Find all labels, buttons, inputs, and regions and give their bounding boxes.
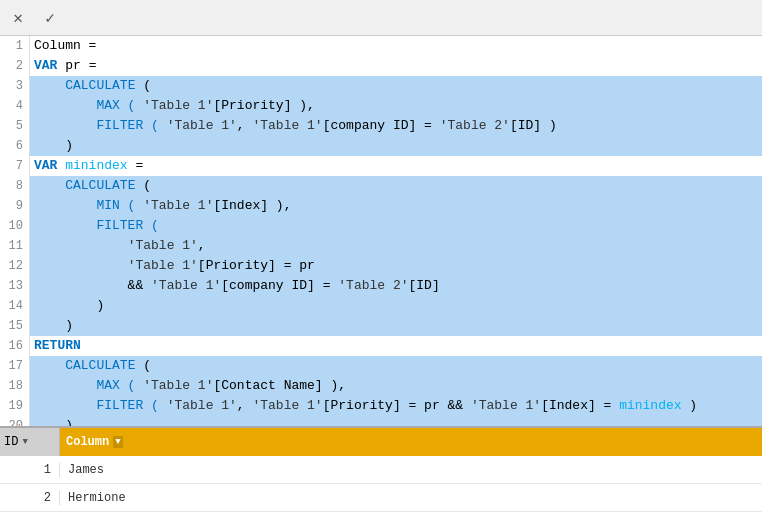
line-number: 19 <box>0 396 29 416</box>
code-line: CALCULATE ( <box>30 176 762 196</box>
line-number: 7 <box>0 156 29 176</box>
line-numbers: 123456789101112131415161718192021 <box>0 36 30 426</box>
cell-id: 1 <box>0 463 60 477</box>
line-number: 12 <box>0 256 29 276</box>
code-line: CALCULATE ( <box>30 356 762 376</box>
line-number: 9 <box>0 196 29 216</box>
code-line: ) <box>30 316 762 336</box>
confirm-icon[interactable]: ✓ <box>40 8 60 28</box>
code-line: FILTER ( <box>30 216 762 236</box>
line-number: 3 <box>0 76 29 96</box>
code-line: MIN ( 'Table 1'[Index] ), <box>30 196 762 216</box>
table-row: 1James <box>0 456 762 484</box>
line-number: 20 <box>0 416 29 426</box>
column-name-header[interactable]: Column ▼ <box>60 428 762 456</box>
table-row: 3Legolas <box>0 512 762 519</box>
line-number: 14 <box>0 296 29 316</box>
code-content[interactable]: Column = VAR pr = CALCULATE ( MAX ( 'Tab… <box>30 36 762 426</box>
line-number: 8 <box>0 176 29 196</box>
line-number: 4 <box>0 96 29 116</box>
table-body: 1James2Hermione3Legolas4Voldemort <box>0 456 762 519</box>
line-number: 13 <box>0 276 29 296</box>
code-line: CALCULATE ( <box>30 76 762 96</box>
code-line: && 'Table 1'[company ID] = 'Table 2'[ID] <box>30 276 762 296</box>
column-id-header[interactable]: ID ▼ <box>0 428 60 456</box>
code-line: Column = <box>30 36 762 56</box>
cell-name: Hermione <box>60 491 762 505</box>
line-number: 1 <box>0 36 29 56</box>
code-line: ) <box>30 136 762 156</box>
line-number: 11 <box>0 236 29 256</box>
close-icon[interactable]: ✕ <box>8 8 28 28</box>
col-filter-icon[interactable]: ▼ <box>113 436 122 448</box>
id-filter-icon[interactable]: ▼ <box>22 437 27 447</box>
code-line: MAX ( 'Table 1'[Priority] ), <box>30 96 762 116</box>
id-label: ID <box>4 435 18 449</box>
table-row: 2Hermione <box>0 484 762 512</box>
code-line: 'Table 1', <box>30 236 762 256</box>
line-number: 6 <box>0 136 29 156</box>
line-number: 2 <box>0 56 29 76</box>
table-header: ID ▼ Column ▼ <box>0 428 762 456</box>
toolbar: ✕ ✓ <box>0 0 762 36</box>
cell-name: James <box>60 463 762 477</box>
code-line: FILTER ( 'Table 1', 'Table 1'[company ID… <box>30 116 762 136</box>
code-line: FILTER ( 'Table 1', 'Table 1'[Priority] … <box>30 396 762 416</box>
line-number: 15 <box>0 316 29 336</box>
code-line: VAR minindex = <box>30 156 762 176</box>
line-number: 16 <box>0 336 29 356</box>
col-label: Column <box>66 435 109 449</box>
code-line: 'Table 1'[Priority] = pr <box>30 256 762 276</box>
data-table: ID ▼ Column ▼ 1James2Hermione3Legolas4Vo… <box>0 426 762 519</box>
code-line: VAR pr = <box>30 56 762 76</box>
line-number: 5 <box>0 116 29 136</box>
code-line: MAX ( 'Table 1'[Contact Name] ), <box>30 376 762 396</box>
code-line: RETURN <box>30 336 762 356</box>
code-editor: 123456789101112131415161718192021 Column… <box>0 36 762 426</box>
line-number: 17 <box>0 356 29 376</box>
line-number: 18 <box>0 376 29 396</box>
cell-id: 2 <box>0 491 60 505</box>
code-line: ) <box>30 296 762 316</box>
code-line: ) <box>30 416 762 426</box>
line-number: 10 <box>0 216 29 236</box>
